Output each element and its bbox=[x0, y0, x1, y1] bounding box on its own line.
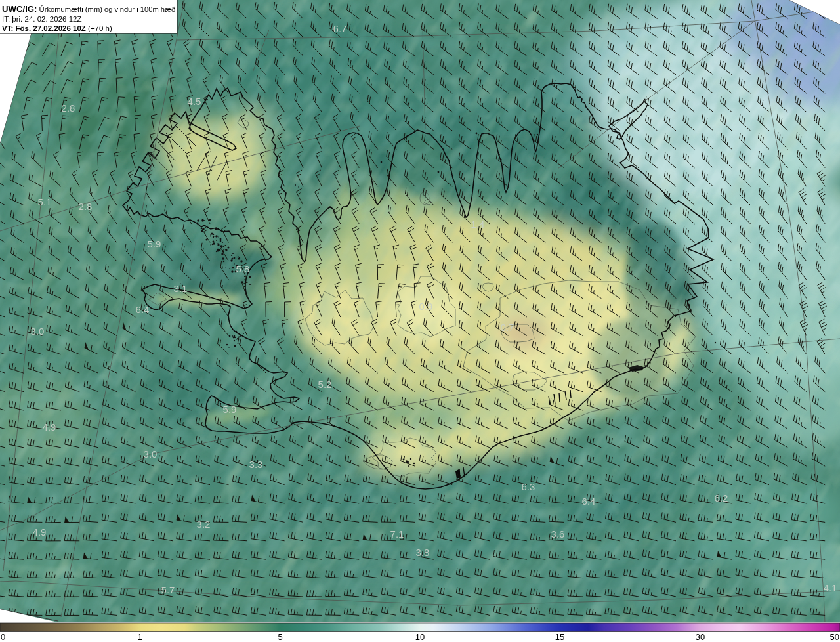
svg-text:3.2: 3.2 bbox=[197, 519, 211, 530]
svg-text:3.0: 3.0 bbox=[144, 448, 158, 460]
svg-text:IT: þri. 24. 02. 2026 12Z: IT: þri. 24. 02. 2026 12Z bbox=[2, 15, 81, 23]
svg-text:5.1: 5.1 bbox=[38, 196, 52, 207]
svg-text:5.2: 5.2 bbox=[318, 379, 332, 390]
svg-text:2.8: 2.8 bbox=[62, 102, 75, 114]
svg-text:3.6: 3.6 bbox=[551, 528, 565, 540]
svg-text:5.8: 5.8 bbox=[236, 263, 250, 274]
svg-text:10: 10 bbox=[415, 632, 425, 642]
svg-text:3.1: 3.1 bbox=[174, 283, 188, 294]
svg-text:5.9: 5.9 bbox=[148, 238, 161, 249]
svg-text:5.9: 5.9 bbox=[223, 404, 237, 415]
svg-text:3.3: 3.3 bbox=[249, 459, 263, 470]
svg-text:0: 0 bbox=[1, 632, 5, 642]
svg-text:3.8: 3.8 bbox=[416, 547, 430, 558]
svg-text:1: 1 bbox=[137, 632, 142, 642]
svg-text:0.7: 0.7 bbox=[501, 322, 514, 333]
svg-text:1.4: 1.4 bbox=[471, 219, 485, 230]
svg-text:6.4: 6.4 bbox=[136, 304, 150, 315]
svg-text:6.3: 6.3 bbox=[522, 481, 536, 492]
svg-text:VT: Fös. 27.02.2026 10Z (+70 h: VT: Fös. 27.02.2026 10Z (+70 h) bbox=[2, 24, 112, 32]
svg-text:4.1: 4.1 bbox=[824, 582, 837, 593]
svg-text:5: 5 bbox=[278, 632, 282, 642]
svg-text:6.2: 6.2 bbox=[715, 492, 728, 503]
svg-text:0.9: 0.9 bbox=[419, 301, 433, 312]
svg-text:6.4: 6.4 bbox=[582, 496, 596, 507]
svg-text:2.8: 2.8 bbox=[79, 201, 93, 212]
svg-text:5.7: 5.7 bbox=[161, 584, 175, 595]
svg-text:4.9: 4.9 bbox=[43, 421, 56, 433]
svg-text:7.1: 7.1 bbox=[390, 528, 404, 540]
svg-text:3.0: 3.0 bbox=[31, 326, 45, 337]
svg-text:4.5: 4.5 bbox=[188, 96, 201, 107]
svg-text:15: 15 bbox=[555, 632, 564, 642]
svg-text:UWC/IG: Úrkomumætti (mm) og vi: UWC/IG: Úrkomumætti (mm) og vindur i 100… bbox=[2, 4, 175, 14]
svg-text:30: 30 bbox=[696, 632, 705, 642]
svg-text:4.9: 4.9 bbox=[33, 526, 47, 538]
svg-text:50: 50 bbox=[830, 632, 839, 642]
svg-text:6.7: 6.7 bbox=[333, 23, 347, 34]
